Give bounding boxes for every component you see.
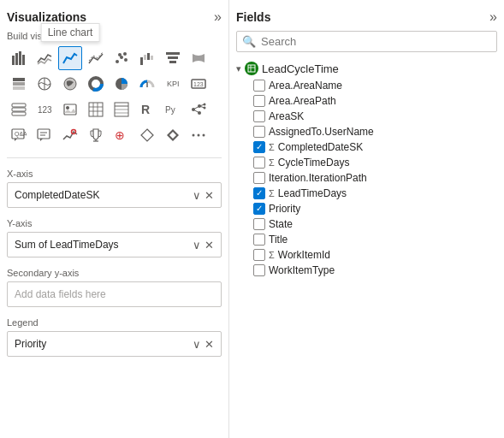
list-item[interactable]: Σ WorkItemId (233, 247, 501, 263)
list-item[interactable]: Title (233, 232, 501, 247)
y-axis-value: Sum of LeadTimeDays (15, 239, 119, 251)
svg-rect-17 (13, 82, 25, 86)
list-item[interactable]: AssignedTo.UserName (233, 124, 501, 139)
viz-icon-card[interactable]: 123 (187, 72, 210, 96)
secondary-y-axis-field-box[interactable]: Add data fields here (7, 281, 222, 307)
field-checkbox-cycletimedays[interactable] (253, 157, 265, 169)
viz-icon-gauge[interactable] (135, 72, 159, 96)
y-axis-label: Y-axis (7, 218, 222, 228)
field-checkbox-priority[interactable] (253, 203, 265, 215)
list-item[interactable]: Σ LeadTimeDays (233, 186, 501, 201)
list-item[interactable]: State (233, 216, 501, 232)
svg-rect-33 (64, 104, 76, 115)
legend-icons: ∨ ✕ (193, 338, 214, 351)
list-item[interactable]: Iteration.IterationPath (233, 170, 501, 186)
field-checkbox-leadtimedays[interactable] (253, 187, 265, 199)
viz-icon-map[interactable] (33, 72, 56, 96)
field-checkbox-assignedto[interactable] (253, 126, 265, 138)
panel-header: Visualizations » (0, 7, 228, 31)
viz-icon-line-active[interactable]: Line chart (58, 46, 82, 70)
field-checkbox-iterationpath[interactable] (253, 172, 265, 184)
fields-panel: Fields » 🔍 ▾ LeadCycleTime Area.AreaName (229, 0, 504, 438)
svg-point-7 (118, 53, 122, 56)
svg-rect-70 (248, 65, 255, 72)
svg-rect-10 (144, 55, 146, 60)
field-name-workitemtype: WorkItemType (269, 264, 335, 276)
viz-icon-pie[interactable] (110, 72, 133, 96)
viz-icon-decomp-tree[interactable] (187, 98, 210, 121)
list-item[interactable]: Area.AreaPath (233, 93, 501, 109)
field-checkbox-state[interactable] (253, 218, 265, 230)
table-root[interactable]: ▾ LeadCycleTime (233, 59, 501, 78)
x-axis-close-icon[interactable]: ✕ (205, 189, 214, 202)
list-item[interactable]: Σ CompletedDateSK (233, 139, 501, 155)
viz-icon-image[interactable] (58, 98, 82, 121)
field-checkbox-title[interactable] (253, 234, 265, 246)
viz-icon-more[interactable] (187, 123, 210, 147)
legend-close-icon[interactable]: ✕ (205, 338, 214, 351)
viz-icon-funnel[interactable] (161, 46, 185, 70)
svg-line-52 (193, 110, 199, 113)
viz-icon-arrow[interactable] (161, 123, 185, 147)
svg-rect-18 (13, 86, 25, 90)
field-checkbox-workitemid[interactable] (253, 249, 265, 261)
y-axis-field-box[interactable]: Sum of LeadTimeDays ∨ ✕ (7, 232, 222, 257)
svg-line-51 (193, 106, 199, 110)
svg-rect-0 (12, 56, 15, 65)
viz-icon-stacked-bar[interactable] (7, 72, 31, 96)
field-name-leadtimedays: LeadTimeDays (278, 187, 347, 199)
field-checkbox-completeddatesk[interactable] (253, 141, 265, 153)
viz-icon-table[interactable] (110, 98, 133, 121)
viz-icon-area[interactable] (84, 46, 108, 70)
legend-chevron-icon[interactable]: ∨ (193, 338, 201, 351)
viz-icon-custom[interactable]: ⊕ (110, 123, 133, 147)
viz-icon-scatter[interactable] (110, 46, 133, 70)
viz-icon-smart-narrative[interactable] (33, 123, 56, 147)
viz-icon-kpi[interactable]: KPI (161, 72, 185, 96)
field-name-state: State (269, 218, 293, 230)
field-checkbox-workitemtype[interactable] (253, 264, 265, 276)
fields-title: Fields (236, 10, 270, 24)
list-item[interactable]: Area.AreaName (233, 78, 501, 93)
svg-point-68 (198, 134, 200, 137)
viz-icon-multirow-card[interactable] (7, 98, 31, 121)
legend-field-box[interactable]: Priority ∨ ✕ (7, 331, 222, 357)
field-checkbox-area-areapath[interactable] (253, 95, 265, 107)
viz-icon-waterfall[interactable] (135, 46, 159, 70)
viz-icon-bar-chart[interactable] (7, 46, 31, 70)
viz-icon-ribbon[interactable] (187, 46, 210, 70)
svg-rect-29 (12, 104, 26, 107)
svg-rect-13 (166, 52, 180, 55)
viz-icon-R[interactable]: R (135, 98, 159, 121)
list-item[interactable]: WorkItemType (233, 263, 501, 278)
viz-icon-anomaly[interactable] (58, 123, 82, 147)
svg-rect-9 (140, 57, 143, 65)
viz-icon-line-chart[interactable] (33, 46, 56, 70)
x-axis-field-box[interactable]: CompletedDateSK ∨ ✕ (7, 182, 222, 208)
legend-label: Legend (7, 317, 222, 328)
svg-text:123: 123 (38, 105, 52, 115)
field-name-areask: AreaSK (269, 110, 304, 122)
list-item[interactable]: Σ CycleTimeDays (233, 155, 501, 170)
field-checkbox-areask[interactable] (253, 110, 265, 122)
search-input[interactable] (261, 35, 491, 48)
viz-icon-donut[interactable] (84, 72, 108, 96)
collapse-right-button[interactable]: » (489, 10, 497, 24)
y-axis-chevron-icon[interactable]: ∨ (193, 239, 201, 252)
svg-rect-11 (147, 53, 150, 60)
x-axis-chevron-icon[interactable]: ∨ (193, 189, 201, 202)
y-axis-close-icon[interactable]: ✕ (205, 239, 214, 252)
viz-icon-matrix[interactable] (84, 98, 108, 121)
viz-icon-python[interactable]: Py (161, 98, 185, 121)
svg-text:123: 123 (193, 81, 204, 87)
viz-icon-diamond[interactable] (135, 123, 159, 147)
viz-icon-number[interactable]: 123 (33, 98, 56, 121)
list-item[interactable]: Priority (233, 201, 501, 216)
field-checkbox-area-areaname[interactable] (253, 80, 265, 92)
list-item[interactable]: AreaSK (233, 109, 501, 124)
collapse-left-button[interactable]: » (214, 10, 222, 24)
viz-icon-filled-map[interactable] (58, 72, 82, 96)
table-name: LeadCycleTime (262, 62, 339, 75)
viz-icon-trophy[interactable] (84, 123, 108, 147)
viz-icon-qa[interactable]: Q&A (7, 123, 31, 147)
